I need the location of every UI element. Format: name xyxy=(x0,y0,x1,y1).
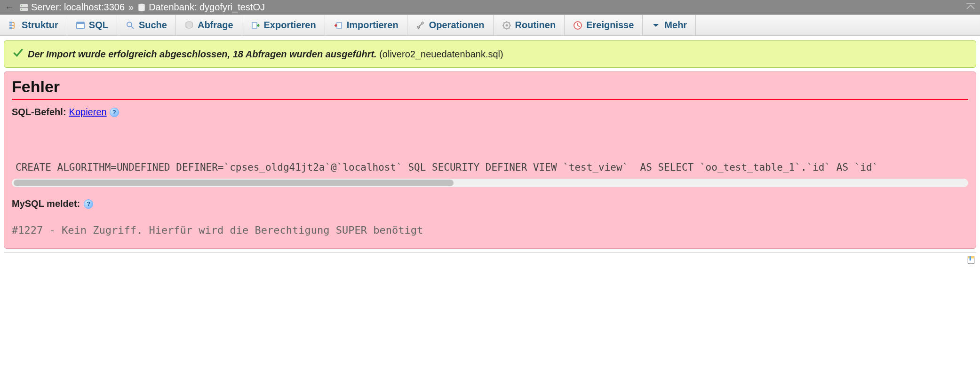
sql-code-block: CREATE ALGORITHM=UNDEFINED DEFINER=`cpse… xyxy=(12,160,968,175)
tab-label: Exportieren xyxy=(264,20,316,31)
svg-rect-22 xyxy=(970,256,971,260)
help-icon[interactable]: ? xyxy=(84,199,93,209)
svg-rect-15 xyxy=(252,23,257,28)
svg-rect-11 xyxy=(77,22,84,24)
mysql-meldet-header: MySQL meldet: ? xyxy=(12,198,968,209)
svg-line-13 xyxy=(131,26,134,29)
tab-label: Suche xyxy=(139,20,167,31)
breadcrumb-server-link[interactable]: Server: localhost:3306 xyxy=(20,2,125,13)
dropdown-icon xyxy=(651,21,661,30)
tab-operationen[interactable]: Operationen xyxy=(407,15,494,35)
events-icon xyxy=(573,21,582,30)
tab-bar: Struktur SQL Suche Abfrage Exportieren I… xyxy=(0,15,980,36)
svg-point-12 xyxy=(127,22,132,27)
svg-point-18 xyxy=(505,24,508,26)
tab-label: Routinen xyxy=(515,20,556,31)
tab-suche[interactable]: Suche xyxy=(117,15,176,35)
sql-code-text: CREATE ALGORITHM=UNDEFINED DEFINER=`cpse… xyxy=(12,160,968,175)
copy-link[interactable]: Kopieren xyxy=(69,107,107,118)
success-banner: Der Import wurde erfolgreich abgeschloss… xyxy=(4,40,976,68)
breadcrumb: ← Server: localhost:3306 » Datenbank: dy… xyxy=(0,0,980,15)
svg-rect-9 xyxy=(9,27,12,29)
mysql-error-message: #1227 - Kein Zugriff. Hierfür wird die B… xyxy=(12,222,968,240)
tab-exportieren[interactable]: Exportieren xyxy=(242,15,325,35)
tab-mehr[interactable]: Mehr xyxy=(643,15,696,35)
error-rule xyxy=(12,99,968,100)
tab-abfrage[interactable]: Abfrage xyxy=(176,15,242,35)
breadcrumb-database-link[interactable]: Datenbank: dygofyri_testOJ xyxy=(137,2,265,13)
tab-importieren[interactable]: Importieren xyxy=(325,15,407,35)
svg-rect-6 xyxy=(966,3,975,4)
tab-routinen[interactable]: Routinen xyxy=(494,15,565,35)
mysql-meldet-label: MySQL meldet: xyxy=(12,198,80,209)
search-icon xyxy=(126,21,135,30)
export-icon xyxy=(251,21,260,30)
svg-rect-8 xyxy=(9,24,12,26)
tab-label: Struktur xyxy=(22,20,58,31)
success-filename: (olivero2_neuedatenbank.sql) xyxy=(379,49,503,59)
svg-rect-7 xyxy=(9,22,12,24)
operations-icon xyxy=(416,21,425,30)
collapse-panel-icon[interactable] xyxy=(966,3,975,11)
database-icon xyxy=(137,3,146,12)
query-icon xyxy=(184,21,194,30)
error-panel: Fehler SQL-Befehl: Kopieren ? CREATE ALG… xyxy=(4,71,976,249)
svg-rect-16 xyxy=(337,23,342,28)
success-message: Der Import wurde erfolgreich abgeschloss… xyxy=(28,49,503,60)
tab-sql[interactable]: SQL xyxy=(67,15,117,35)
sql-command-header: SQL-Befehl: Kopieren ? xyxy=(12,107,968,118)
tab-ereignisse[interactable]: Ereignisse xyxy=(565,15,643,35)
success-message-text: Der Import wurde erfolgreich abgeschloss… xyxy=(28,49,377,59)
structure-icon xyxy=(8,21,18,30)
tab-struktur[interactable]: Struktur xyxy=(0,15,67,35)
check-icon xyxy=(13,47,23,61)
tab-label: Mehr xyxy=(664,20,687,31)
import-icon xyxy=(334,21,343,30)
sql-befehl-label: SQL-Befehl: xyxy=(12,107,66,118)
routines-icon xyxy=(502,21,511,30)
svg-point-3 xyxy=(21,8,22,9)
tab-label: Ereignisse xyxy=(586,20,634,31)
sql-icon xyxy=(76,21,85,30)
tab-label: Operationen xyxy=(429,20,485,31)
help-icon[interactable]: ? xyxy=(110,108,119,117)
server-icon xyxy=(20,3,28,12)
tab-label: SQL xyxy=(89,20,108,31)
breadcrumb-server-label: Server: localhost:3306 xyxy=(31,2,125,13)
scrollbar-thumb[interactable] xyxy=(14,180,454,186)
tab-label: Importieren xyxy=(347,20,398,31)
error-title: Fehler xyxy=(12,78,968,96)
horizontal-scrollbar[interactable] xyxy=(12,179,968,187)
breadcrumb-database-label: Datenbank: dygofyri_testOJ xyxy=(149,2,265,13)
breadcrumb-separator: » xyxy=(128,2,134,13)
svg-point-2 xyxy=(21,5,22,6)
tab-label: Abfrage xyxy=(198,20,233,31)
footer-bookmark-icon[interactable] xyxy=(0,253,980,269)
back-arrow-icon[interactable]: ← xyxy=(5,2,16,13)
